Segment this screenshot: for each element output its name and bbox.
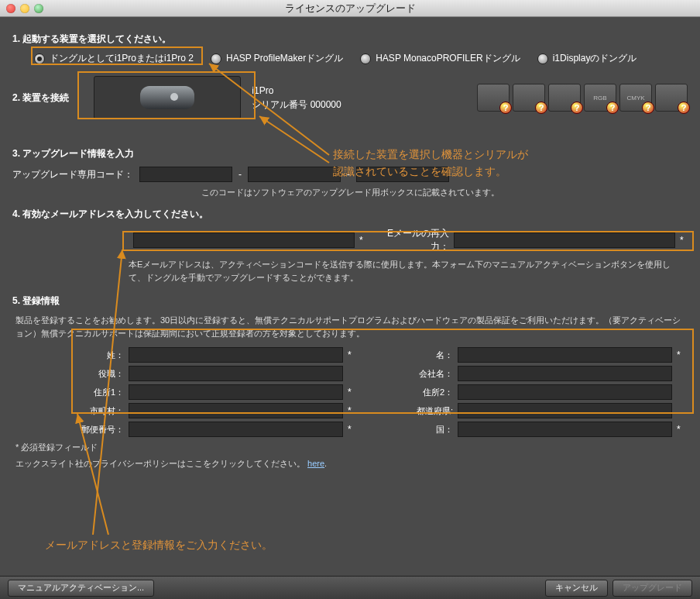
feature-icon-cmyk[interactable]: CMYK? — [619, 84, 652, 112]
device-radio-group: ドングルとしてi1Proまたはi1Pro 2 HASP ProfileMaker… — [34, 52, 688, 65]
radio-label: ドングルとしてi1Proまたはi1Pro 2 — [50, 52, 194, 65]
email-input[interactable] — [133, 232, 355, 248]
address2-label: 住所2： — [360, 387, 453, 398]
radio-icon — [211, 53, 221, 64]
title-input[interactable] — [129, 366, 343, 381]
step5-label: 5. 登録情報 — [12, 294, 688, 308]
manual-activation-button[interactable]: マニュアルアクティベーション... — [8, 580, 154, 597]
title-label: 役職： — [15, 368, 124, 380]
postal-input[interactable] — [129, 422, 343, 437]
registration-intro: 製品を登録することをお勧めします。30日以内に登録すると、無償テクニカルサポート… — [15, 314, 685, 339]
upgrade-code-2[interactable] — [248, 167, 341, 182]
feature-icon-rgb[interactable]: RGB? — [584, 84, 616, 112]
window-titlebar: ライセンスのアップグレード — [0, 0, 700, 17]
device-thumbnail[interactable] — [94, 76, 241, 119]
callout-form: メールアドレスと登録情報をご入力ください。 — [45, 536, 273, 553]
device-info: i1Pro シリアル番号 000000 — [252, 84, 341, 112]
radio-hasp-profilemaker[interactable]: HASP ProfileMakerドングル — [211, 52, 343, 65]
address1-input[interactable] — [129, 384, 343, 400]
feature-icon-projector[interactable]: ? — [548, 84, 581, 112]
city-input[interactable] — [129, 403, 343, 418]
radio-icon — [537, 53, 548, 64]
radio-i1pro[interactable]: ドングルとしてi1Proまたはi1Pro 2 — [34, 52, 194, 65]
state-input[interactable] — [458, 403, 672, 418]
upgrade-code-label: アップグレード専用コード： — [12, 168, 133, 181]
feature-icon-scanner[interactable]: ? — [655, 84, 688, 112]
firstname-label: 名： — [360, 349, 453, 361]
radio-icon — [360, 53, 371, 64]
step1-label: 1. 起動する装置を選択してください。 — [12, 33, 688, 46]
required-note: * 必須登録フィールド — [15, 442, 685, 453]
radio-label: HASP ProfileMakerドングル — [226, 52, 343, 65]
address2-input[interactable] — [458, 384, 672, 400]
cancel-button[interactable]: キャンセル — [545, 580, 608, 597]
callout-device: 接続した装置を選択し機器とシリアルが 認識されていることを確認します。 — [333, 146, 528, 181]
email-reenter-label: Eメールの再入力： — [372, 227, 449, 253]
address1-label: 住所1： — [15, 387, 124, 398]
device-icon — [140, 86, 194, 109]
window-title: ライセンスのアップグレード — [0, 2, 700, 15]
country-input[interactable] — [458, 422, 672, 437]
device-name: i1Pro — [252, 84, 341, 98]
radio-hasp-monaco[interactable]: HASP MonacoPROFILERドングル — [360, 52, 520, 65]
radio-label: i1Displayのドングル — [553, 52, 637, 65]
company-label: 会社名： — [360, 368, 453, 380]
state-label: 都道府県: — [360, 405, 453, 417]
dialog-footer: マニュアルアクティベーション... キャンセル アップグレード — [0, 576, 700, 599]
privacy-policy-link[interactable]: here — [307, 459, 324, 468]
device-serial: シリアル番号 000000 — [252, 98, 341, 112]
firstname-input[interactable] — [458, 347, 672, 363]
postal-label: 郵便番号： — [15, 424, 124, 435]
feature-status-icons: ? ? ? RGB? CMYK? ? — [477, 84, 688, 112]
city-label: 市町村： — [15, 405, 124, 417]
company-input[interactable] — [458, 366, 672, 381]
registration-grid: 姓：* 名：* 役職： 会社名： 住所1：* 住所2： 市町村：* 都道府県: … — [15, 347, 685, 437]
privacy-policy-line: エックスライト社のプライバシーポリシーはここをクリックしてください。 here. — [15, 458, 685, 470]
radio-i1display[interactable]: i1Displayのドングル — [537, 52, 637, 65]
upgrade-code-help: このコードはソフトウェアのアップグレード用ボックスに記載されています。 — [12, 187, 688, 198]
feature-icon-display[interactable]: ? — [513, 84, 545, 112]
lastname-label: 姓： — [15, 349, 124, 361]
country-label: 国： — [360, 424, 453, 435]
feature-icon-monitor[interactable]: ? — [477, 84, 510, 112]
lastname-input[interactable] — [129, 347, 343, 363]
upgrade-code-1[interactable] — [139, 167, 232, 182]
email-note: 本Eメールアドレスは、アクティベーションコードを送信する際に使用します。本フォー… — [129, 258, 685, 284]
radio-icon — [34, 53, 45, 64]
step2-label: 2. 装置を接続 — [12, 91, 69, 105]
radio-label: HASP MonacoPROFILERドングル — [376, 52, 520, 65]
email-reenter-input[interactable] — [454, 232, 675, 248]
upgrade-button[interactable]: アップグレード — [612, 580, 692, 597]
step4-label: 4. 有効なメールアドレスを入力してください。 — [12, 208, 688, 221]
